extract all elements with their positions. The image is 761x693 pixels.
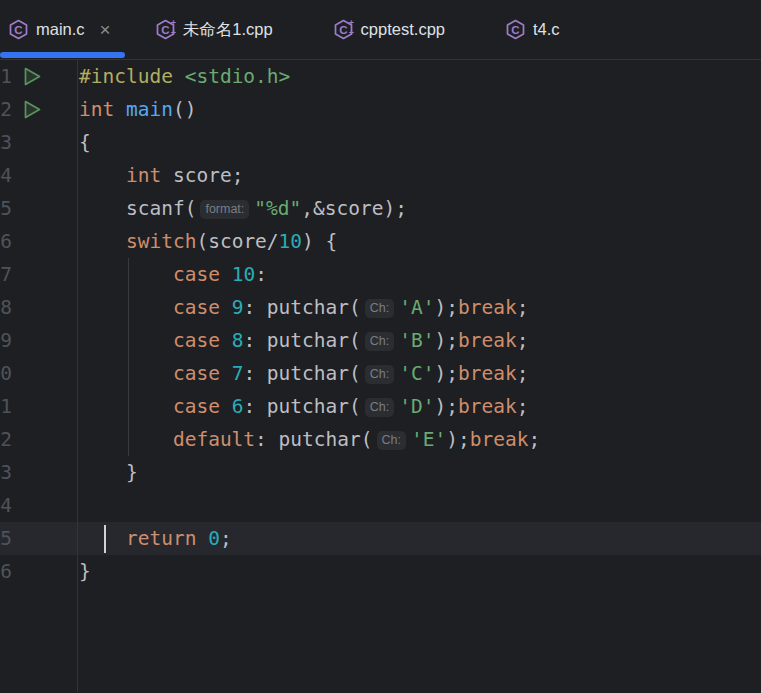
svg-text:C: C <box>161 24 169 36</box>
run-button[interactable] <box>23 99 42 120</box>
run-button[interactable] <box>23 66 42 87</box>
tab-label: main.c <box>36 20 85 39</box>
tab-label: cpptest.cpp <box>361 20 445 39</box>
code-line[interactable]: int main() <box>79 93 761 126</box>
code-line[interactable]: #include <stdio.h> <box>79 60 761 93</box>
indent-guide <box>128 258 129 456</box>
gutter-row[interactable]: 8 <box>0 291 77 324</box>
line-number: 6 <box>0 225 12 258</box>
caret <box>104 525 106 553</box>
gutter-row[interactable]: 15 <box>0 522 77 555</box>
line-number: 14 <box>0 489 12 522</box>
line-number: 3 <box>0 126 12 159</box>
line-number: 1 <box>0 60 12 93</box>
gutter-row[interactable]: 10 <box>0 357 77 390</box>
line-number: 13 <box>0 456 12 489</box>
code-area[interactable]: #include <stdio.h>int main(){ int score;… <box>79 60 761 588</box>
svg-text:+: + <box>171 19 176 28</box>
gutter-row[interactable]: 12 <box>0 423 77 456</box>
gutter[interactable]: 12345678910111213141516 <box>0 60 78 692</box>
line-number: 7 <box>0 258 12 291</box>
svg-text:+: + <box>171 28 176 38</box>
tab-label: 未命名1.cpp <box>183 19 273 41</box>
inlay-hint: Ch: <box>365 299 394 318</box>
line-number: 12 <box>0 423 12 456</box>
code-line[interactable]: case 6: putchar(Ch:'D');break; <box>79 390 761 423</box>
code-line[interactable]: int score; <box>79 159 761 192</box>
svg-text:+: + <box>348 28 353 38</box>
cpp-file-icon: C++ <box>333 19 354 40</box>
tab-2[interactable]: C++未命名1.cpp <box>125 0 303 59</box>
gutter-row[interactable]: 14 <box>0 489 77 522</box>
editor[interactable]: 12345678910111213141516 #include <stdio.… <box>0 60 761 692</box>
gutter-row[interactable]: 16 <box>0 555 77 588</box>
gutter-row[interactable]: 5 <box>0 192 77 225</box>
code-line[interactable]: switch(score/10) { <box>79 225 761 258</box>
gutter-row[interactable]: 2 <box>0 93 77 126</box>
line-number: 15 <box>0 522 12 555</box>
inlay-hint: Ch: <box>377 431 406 450</box>
inlay-hint: Ch: <box>365 332 394 351</box>
gutter-row[interactable]: 11 <box>0 390 77 423</box>
inlay-hint: Ch: <box>365 365 394 384</box>
c-file-icon: C <box>8 19 29 40</box>
code-line[interactable] <box>79 489 761 522</box>
code-line[interactable]: scanf(format:"%d",&score); <box>79 192 761 225</box>
code-line[interactable]: default: putchar(Ch:'E');break; <box>79 423 761 456</box>
gutter-row[interactable]: 4 <box>0 159 77 192</box>
code-line[interactable]: return 0; <box>79 522 761 555</box>
c-file-icon: C <box>505 19 526 40</box>
gutter-row[interactable]: 9 <box>0 324 77 357</box>
svg-text:C: C <box>511 24 519 36</box>
line-number: 5 <box>0 192 12 225</box>
code-line[interactable]: case 9: putchar(Ch:'A');break; <box>79 291 761 324</box>
tab-1[interactable]: Cmain.c× <box>0 0 125 59</box>
svg-text:+: + <box>348 19 353 28</box>
tab-bar: Cmain.c×C++未命名1.cppC++cpptest.cppCt4.c <box>0 0 761 60</box>
line-number: 4 <box>0 159 12 192</box>
code-line[interactable]: case 7: putchar(Ch:'C');break; <box>79 357 761 390</box>
tab-3[interactable]: C++cpptest.cpp <box>303 0 475 59</box>
line-number: 8 <box>0 291 12 324</box>
line-number: 16 <box>0 555 12 588</box>
inlay-hint: format: <box>200 200 249 219</box>
gutter-row[interactable]: 1 <box>0 60 77 93</box>
cpp-file-icon: C++ <box>155 19 176 40</box>
code-line[interactable]: case 8: putchar(Ch:'B');break; <box>79 324 761 357</box>
line-number: 2 <box>0 93 12 126</box>
svg-text:C: C <box>339 24 347 36</box>
svg-text:C: C <box>14 24 22 36</box>
inlay-hint: Ch: <box>365 398 394 417</box>
code-line[interactable]: { <box>79 126 761 159</box>
gutter-row[interactable]: 7 <box>0 258 77 291</box>
code-line[interactable]: } <box>79 555 761 588</box>
close-icon[interactable]: × <box>100 20 111 39</box>
code-line[interactable]: } <box>79 456 761 489</box>
tab-label: t4.c <box>533 20 560 39</box>
tab-4[interactable]: Ct4.c <box>475 0 590 59</box>
line-number: 9 <box>0 324 12 357</box>
gutter-row[interactable]: 3 <box>0 126 77 159</box>
gutter-row[interactable]: 13 <box>0 456 77 489</box>
code-line[interactable]: case 10: <box>79 258 761 291</box>
line-number: 10 <box>0 357 12 390</box>
gutter-row[interactable]: 6 <box>0 225 77 258</box>
line-number: 11 <box>0 390 12 423</box>
